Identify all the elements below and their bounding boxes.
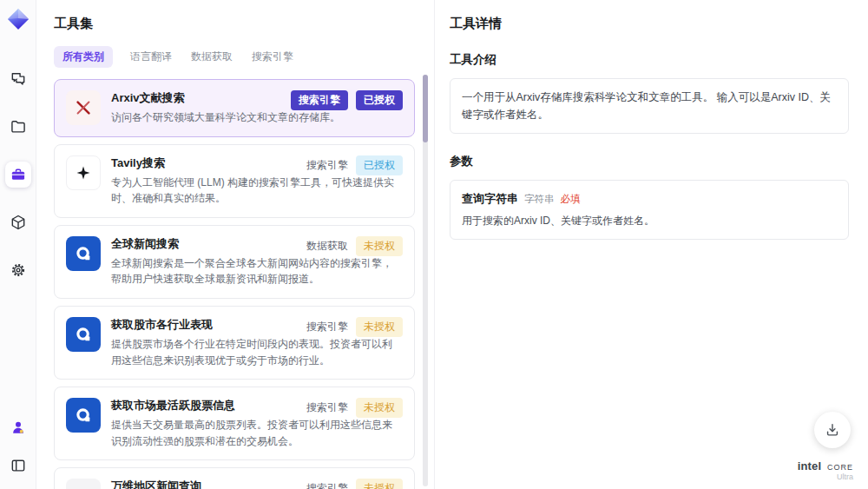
category-label: 搜索引擎 <box>306 481 348 489</box>
tool-description: 访问各个研究领域大量科学论文和文章的存储库。 <box>111 109 398 126</box>
sidebar-item-settings[interactable] <box>5 257 31 283</box>
list-scrollbar-track[interactable] <box>423 75 428 486</box>
params-section-title: 参数 <box>450 154 849 169</box>
param-required-flag: 必填 <box>561 193 581 206</box>
param-type: 字符串 <box>524 193 555 206</box>
category-badge: 搜索引擎 <box>291 90 348 110</box>
chat-icon <box>10 70 27 88</box>
download-button[interactable] <box>814 412 851 448</box>
auth-status-badge: 已授权 <box>356 155 403 175</box>
tool-list: Arxiv文献搜索 访问各个研究领域大量科学论文和文章的存储库。 搜索引擎 已授… <box>54 79 415 489</box>
intro-text: 一个用于从Arxiv存储库搜索科学论文和文章的工具。 输入可以是Arxiv ID… <box>462 91 831 121</box>
auth-status-badge: 已授权 <box>356 90 403 110</box>
param-description: 用于搜索的Arxiv ID、关键字或作者姓名。 <box>462 214 837 228</box>
auth-status-badge: 未授权 <box>356 317 403 337</box>
tool-description: 提供股票市场各个行业在特定时间段内的表现。投资者可以利用这些信息来识别表现优于或… <box>111 336 398 368</box>
parameter-item: 查询字符串 字符串 必填 用于搜索的Arxiv ID、关键字或作者姓名。 <box>450 180 849 240</box>
tool-card-tavily[interactable]: Tavily搜索 专为人工智能代理 (LLM) 构建的搜索引擎工具，可快速提供实… <box>54 144 415 218</box>
arxiv-logo-icon <box>66 90 101 125</box>
collapse-panel-icon <box>10 457 27 474</box>
sidebar-item-chat[interactable] <box>5 66 31 92</box>
tool-description: 全球新闻搜索是一个聚合全球各大新闻网站内容的搜索引擎，帮助用户快速获取全球最新资… <box>111 255 398 287</box>
param-name: 查询字符串 <box>462 191 518 207</box>
tool-card-stock-sectors[interactable]: 获取股市各行业表现 提供股票市场各个行业在特定时间段内的表现。投资者可以利用这些… <box>54 306 415 380</box>
left-sidebar <box>0 0 36 489</box>
tab-search-engine[interactable]: 搜索引擎 <box>250 46 295 68</box>
auth-status-badge: 未授权 <box>356 398 403 418</box>
auth-status-badge: 未授权 <box>356 236 403 256</box>
ultra-wordmark: Ultra <box>798 473 853 482</box>
tool-card-global-news[interactable]: 全球新闻搜索 全球新闻搜索是一个聚合全球各大新闻网站内容的搜索引擎，帮助用户快速… <box>54 225 415 299</box>
blue-search-icon <box>66 317 101 352</box>
download-icon <box>824 421 841 439</box>
tool-card-active-stocks[interactable]: 获取市场最活跃股票信息 提供当天交易量最高的股票列表。投资者可以利用这些信息来识… <box>54 387 415 460</box>
list-scrollbar-thumb[interactable] <box>423 75 428 142</box>
sidebar-item-files[interactable] <box>5 114 31 140</box>
tool-list-panel: 工具集 所有类别 语言翻译 数据获取 搜索引擎 Arxiv文献搜索 访问各个研究… <box>36 0 434 489</box>
sidebar-item-plugins[interactable] <box>5 209 31 235</box>
user-profile-button[interactable] <box>5 414 31 440</box>
tab-data-acquisition[interactable]: 数据获取 <box>189 46 234 68</box>
intel-wordmark: intel <box>798 459 822 472</box>
app-logo <box>6 7 30 31</box>
user-avatar-icon <box>10 419 27 436</box>
sidebar-nav <box>5 66 31 283</box>
core-wordmark: core <box>827 459 853 472</box>
cube-icon <box>10 214 27 231</box>
intel-core-logo: intel core Ultra <box>798 460 853 482</box>
intro-text-box: 一个用于从Arxiv存储库搜索科学论文和文章的工具。 输入可以是Arxiv ID… <box>450 78 849 134</box>
tool-detail-panel: 工具详情 工具介绍 一个用于从Arxiv存储库搜索科学论文和文章的工具。 输入可… <box>434 0 868 489</box>
folder-icon <box>10 118 27 135</box>
collapse-sidebar-button[interactable] <box>5 453 31 479</box>
category-tabs: 所有类别 语言翻译 数据获取 搜索引擎 <box>54 46 434 68</box>
sidebar-item-tools[interactable] <box>5 162 31 188</box>
newspaper-icon <box>66 479 101 489</box>
blue-search-icon <box>66 398 101 433</box>
tab-translation[interactable]: 语言翻译 <box>128 46 174 68</box>
gear-icon <box>10 261 27 279</box>
tool-description: 提供当天交易量最高的股票列表。投资者可以利用这些信息来识别流动性强的股票和潜在的… <box>111 417 398 449</box>
star-icon <box>66 155 101 190</box>
auth-status-badge: 未授权 <box>356 479 403 489</box>
category-label: 数据获取 <box>306 239 348 254</box>
intro-section-title: 工具介绍 <box>450 52 849 68</box>
tab-all-categories[interactable]: 所有类别 <box>54 46 113 68</box>
detail-title: 工具详情 <box>450 16 849 32</box>
category-label: 搜索引擎 <box>306 320 348 334</box>
toolbox-icon <box>10 166 27 183</box>
tool-card-regional-news[interactable]: 万维地区新闻查询 查询具体行政区划内的新闻，快速了解各地新闻动态 搜索引擎 未授… <box>54 467 415 489</box>
blue-search-icon <box>66 236 101 271</box>
tool-card-arxiv[interactable]: Arxiv文献搜索 访问各个研究领域大量科学论文和文章的存储库。 搜索引擎 已授… <box>54 79 415 137</box>
category-label: 搜索引擎 <box>306 400 348 415</box>
category-label: 搜索引擎 <box>306 158 348 173</box>
tool-description: 专为人工智能代理 (LLM) 构建的搜索引擎工具，可快速提供实时、准确和真实的结… <box>111 175 398 207</box>
page-title: 工具集 <box>54 16 434 32</box>
